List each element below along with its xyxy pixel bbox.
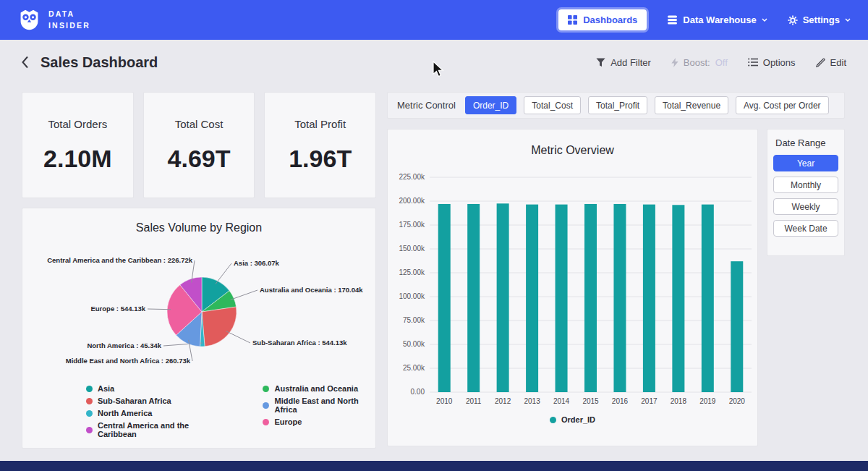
- legend-item: Sub-Saharan Africa: [86, 396, 221, 405]
- metric-option-total-profit[interactable]: Total_Profit: [588, 96, 647, 114]
- svg-text:2018: 2018: [671, 397, 687, 405]
- boost-state: Off: [715, 57, 728, 68]
- svg-text:Sub-Saharan Africa : 544.13k: Sub-Saharan Africa : 544.13k: [252, 339, 347, 347]
- legend-item: Central America and the Caribbean: [86, 421, 221, 438]
- database-icon: [667, 15, 678, 25]
- kpi-value: 2.10M: [43, 145, 112, 173]
- kpi-total-profit: Total Profit 1.96T: [264, 92, 376, 198]
- legend-label: Asia: [98, 384, 114, 393]
- legend-label: Sub-Saharan Africa: [98, 396, 171, 405]
- svg-text:2019: 2019: [699, 397, 716, 405]
- options-button[interactable]: Options: [748, 57, 796, 68]
- pie-legend: AsiaSub-Saharan AfricaNorth AmericaCentr…: [22, 384, 375, 438]
- metric-control-bar: Metric Control Order_IDTotal_CostTotal_P…: [387, 92, 845, 119]
- date-range-label: Date Range: [773, 137, 838, 148]
- svg-text:0.00: 0.00: [411, 388, 425, 396]
- legend-dot: [263, 419, 269, 425]
- svg-text:2016: 2016: [612, 397, 629, 405]
- legend-dot: [263, 386, 269, 392]
- svg-text:Central America and the Caribb: Central America and the Caribbean : 226.…: [47, 256, 193, 264]
- legend-label: Europe: [274, 417, 302, 426]
- pencil-icon: [816, 58, 825, 67]
- navbar-menu: Dashboards Data Warehouse: [558, 9, 851, 30]
- options-label: Options: [763, 57, 796, 68]
- bar-legend-label: Order_ID: [561, 415, 595, 424]
- pie-chart-title: Sales Volume by Region: [22, 208, 375, 234]
- svg-text:2014: 2014: [553, 397, 570, 405]
- svg-text:200.00k: 200.00k: [399, 197, 425, 205]
- date-range-card: Date Range YearMonthlyWeeklyWeek Date: [767, 129, 845, 256]
- svg-text:2010: 2010: [436, 397, 453, 405]
- dashboards-label: Dashboards: [583, 14, 637, 25]
- svg-text:2020: 2020: [729, 397, 746, 405]
- settings-label: Settings: [803, 14, 840, 25]
- pie-chart: Asia : 306.07kAustralia and Oceania : 17…: [22, 236, 375, 380]
- edit-button[interactable]: Edit: [816, 57, 846, 68]
- kpi-value: 4.69T: [168, 145, 231, 173]
- chevron-down-icon: [762, 18, 767, 22]
- svg-text:North America : 45.34k: North America : 45.34k: [87, 341, 161, 349]
- kpi-total-orders: Total Orders 2.10M: [22, 92, 134, 198]
- date-range-options: YearMonthlyWeeklyWeek Date: [773, 155, 838, 237]
- legend-label: North America: [98, 409, 152, 417]
- svg-text:Asia : 306.07k: Asia : 306.07k: [234, 259, 280, 267]
- svg-text:2017: 2017: [641, 397, 658, 405]
- top-navbar: DATA INSIDER Dashboards D: [0, 0, 868, 40]
- svg-text:2011: 2011: [466, 397, 482, 405]
- svg-text:50.00k: 50.00k: [403, 340, 425, 348]
- sales-volume-card: Sales Volume by Region Asia : 306.07kAus…: [22, 208, 376, 449]
- owl-logo-icon: [17, 8, 41, 32]
- legend-item: Middle East and North Africa: [263, 396, 375, 414]
- legend-dot: [86, 427, 93, 433]
- edit-label: Edit: [830, 57, 846, 68]
- metric-overview-card: Metric Overview 0.0025.00k50.00k75.00k10…: [387, 129, 758, 446]
- back-chevron-icon: [22, 56, 29, 69]
- metric-option-total-revenue[interactable]: Total_Revenue: [655, 96, 728, 114]
- svg-text:75.00k: 75.00k: [403, 316, 425, 324]
- svg-text:Australia and Oceania : 170.04: Australia and Oceania : 170.04k: [260, 286, 363, 294]
- dashboards-button[interactable]: Dashboards: [558, 9, 647, 30]
- bar-legend-dot: [550, 417, 556, 423]
- brand-line1: DATA: [48, 9, 90, 20]
- legend-item: North America: [86, 409, 221, 417]
- kpi-row: Total Orders 2.10M Total Cost 4.69T Tota…: [22, 92, 376, 198]
- kpi-label: Total Cost: [175, 118, 224, 130]
- kpi-value: 1.96T: [289, 145, 352, 173]
- metric-control-label: Metric Control: [397, 100, 456, 111]
- legend-item: Europe: [263, 417, 375, 426]
- gear-icon: [788, 15, 798, 25]
- footer-bar: [0, 461, 868, 471]
- legend-item: Australia and Oceania: [263, 384, 375, 393]
- kpi-label: Total Orders: [48, 118, 107, 130]
- brand-logo[interactable]: DATA INSIDER: [17, 8, 90, 32]
- metric-option-total-cost[interactable]: Total_Cost: [524, 96, 581, 114]
- metric-option-avg-cost-per-order[interactable]: Avg. Cost per Order: [736, 96, 829, 114]
- legend-item: Asia: [86, 384, 221, 393]
- svg-text:25.00k: 25.00k: [403, 364, 425, 372]
- boost-label: Boost:: [684, 57, 710, 68]
- grid-icon: [568, 15, 577, 25]
- back-button[interactable]: [22, 56, 29, 69]
- metric-option-order-id[interactable]: Order_ID: [465, 96, 516, 114]
- boost-toggle[interactable]: Boost: Off: [671, 57, 728, 68]
- date-option-year[interactable]: Year: [773, 155, 838, 171]
- svg-text:Middle East and North Africa :: Middle East and North Africa : 260.73k: [66, 357, 191, 365]
- data-warehouse-label: Data Warehouse: [683, 14, 756, 25]
- svg-text:150.00k: 150.00k: [399, 245, 425, 253]
- page-header: Sales Dashboard Add Filter Boost: Off: [0, 40, 868, 85]
- date-option-monthly[interactable]: Monthly: [773, 177, 838, 193]
- add-filter-label: Add Filter: [610, 57, 651, 68]
- bar-chart-title: Metric Overview: [388, 130, 757, 157]
- legend-dot: [86, 398, 93, 404]
- data-warehouse-menu[interactable]: Data Warehouse: [667, 14, 767, 25]
- add-filter-button[interactable]: Add Filter: [596, 57, 651, 68]
- legend-dot: [263, 402, 269, 409]
- list-icon: [748, 58, 758, 67]
- date-option-weekly[interactable]: Weekly: [773, 198, 838, 215]
- brand-line2: INSIDER: [48, 20, 90, 31]
- kpi-total-cost: Total Cost 4.69T: [143, 92, 255, 198]
- svg-text:2012: 2012: [495, 397, 511, 405]
- legend-label: Australia and Oceania: [274, 384, 358, 393]
- settings-menu[interactable]: Settings: [788, 14, 851, 25]
- date-option-week-date[interactable]: Week Date: [773, 220, 838, 237]
